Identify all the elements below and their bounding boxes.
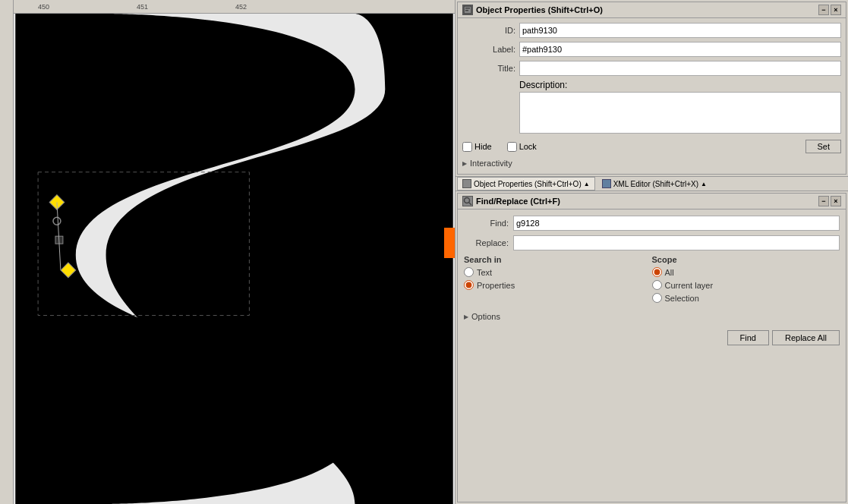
replace-row: Replace: bbox=[464, 235, 840, 250]
selection-radio-item[interactable]: Selection bbox=[652, 293, 840, 303]
title-row: Title: bbox=[462, 61, 841, 76]
current-layer-radio-label: Current layer bbox=[665, 281, 714, 290]
object-properties-panel: Object Properties (Shift+Ctrl+O) − × ID:… bbox=[457, 2, 846, 175]
svg-rect-8 bbox=[465, 8, 470, 9]
find-replace-minimize-btn[interactable]: − bbox=[818, 196, 829, 206]
object-properties-title: Object Properties (Shift+Ctrl+O) bbox=[476, 5, 603, 14]
text-radio-item[interactable]: Text bbox=[464, 267, 652, 277]
object-properties-body: ID: Label: Title: Description: bbox=[458, 18, 846, 174]
search-in-title: Search in bbox=[464, 255, 652, 264]
panel-title-group: Object Properties (Shift+Ctrl+O) bbox=[462, 5, 603, 15]
scroll-indicator[interactable] bbox=[444, 228, 455, 258]
svg-rect-9 bbox=[465, 10, 468, 11]
title-input[interactable] bbox=[519, 61, 841, 76]
all-radio-label: All bbox=[665, 268, 674, 277]
scope-col: Scope All Current layer Selection bbox=[652, 255, 840, 306]
title-label: Title: bbox=[462, 64, 519, 73]
hide-checkbox-label[interactable]: Hide bbox=[462, 142, 492, 152]
ruler-mark-452: 452 bbox=[235, 3, 247, 11]
ruler-top: 450 451 452 bbox=[0, 0, 455, 14]
tab-obj-props-icon bbox=[462, 179, 471, 188]
find-replace-close-btn[interactable]: × bbox=[831, 196, 841, 206]
tab-obj-props-label: Object Properties (Shift+Ctrl+O) bbox=[474, 180, 582, 188]
selection-radio-label: Selection bbox=[665, 294, 699, 303]
action-buttons: Find Replace All bbox=[464, 327, 840, 345]
find-input[interactable] bbox=[513, 216, 840, 231]
options-triangle-icon: ▶ bbox=[464, 313, 468, 320]
lock-checkbox-label[interactable]: Lock bbox=[507, 142, 537, 152]
lock-checkbox[interactable] bbox=[507, 142, 517, 152]
search-scope-section: Search in Text Properties Scope A bbox=[464, 255, 840, 306]
object-properties-header: Object Properties (Shift+Ctrl+O) − × bbox=[458, 2, 846, 18]
find-label: Find: bbox=[464, 219, 513, 228]
selection-radio[interactable] bbox=[652, 293, 662, 303]
obj-props-header-icon bbox=[462, 5, 473, 15]
current-layer-radio-item[interactable]: Current layer bbox=[652, 280, 840, 290]
tab-xml-editor[interactable]: XML Editor (Shift+Ctrl+X) ▲ bbox=[597, 177, 712, 191]
panel-minimize-btn[interactable]: − bbox=[818, 5, 829, 15]
panel-close-btn[interactable]: × bbox=[831, 5, 841, 15]
text-radio[interactable] bbox=[464, 267, 474, 277]
id-row: ID: bbox=[462, 23, 841, 38]
tab-xml-label: XML Editor (Shift+Ctrl+X) bbox=[613, 180, 698, 188]
description-textarea[interactable] bbox=[519, 92, 841, 134]
properties-radio[interactable] bbox=[464, 280, 474, 290]
label-row: Label: bbox=[462, 42, 841, 57]
interactivity-triangle-icon: ▶ bbox=[462, 160, 467, 167]
canvas-content bbox=[14, 14, 455, 504]
id-input[interactable] bbox=[519, 23, 841, 38]
hide-lock-row: Hide Lock Set bbox=[462, 140, 841, 153]
find-replace-panel: Find/Replace (Ctrl+F) − × Find: Replace: bbox=[457, 193, 846, 502]
find-button[interactable]: Find bbox=[727, 330, 769, 345]
search-in-col: Search in Text Properties bbox=[464, 255, 652, 306]
label-input[interactable] bbox=[519, 42, 841, 57]
all-radio[interactable] bbox=[652, 267, 662, 277]
id-label: ID: bbox=[462, 26, 519, 35]
canvas-svg bbox=[14, 14, 455, 504]
find-replace-header-icon bbox=[462, 196, 473, 206]
interactivity-label: Interactivity bbox=[470, 159, 512, 168]
text-radio-label: Text bbox=[477, 268, 492, 277]
options-label: Options bbox=[471, 312, 500, 321]
docked-tab-bar: Object Properties (Shift+Ctrl+O) ▲ XML E… bbox=[456, 176, 848, 191]
find-replace-title: Find/Replace (Ctrl+F) bbox=[476, 197, 560, 206]
find-row: Find: bbox=[464, 216, 840, 231]
ruler-mark-450: 450 bbox=[38, 3, 49, 11]
tab-xml-arrow: ▲ bbox=[701, 181, 707, 187]
find-replace-title-group: Find/Replace (Ctrl+F) bbox=[462, 196, 560, 206]
replace-label: Replace: bbox=[464, 238, 513, 247]
svg-line-11 bbox=[469, 203, 472, 206]
tab-xml-icon bbox=[602, 179, 611, 188]
ruler-mark-451: 451 bbox=[137, 3, 148, 11]
replace-all-button[interactable]: Replace All bbox=[772, 330, 840, 345]
replace-input[interactable] bbox=[513, 235, 840, 250]
properties-radio-label: Properties bbox=[477, 281, 515, 290]
all-radio-item[interactable]: All bbox=[652, 267, 840, 277]
set-button[interactable]: Set bbox=[805, 140, 841, 153]
scope-title: Scope bbox=[652, 255, 840, 264]
options-row[interactable]: ▶ Options bbox=[464, 312, 840, 321]
canvas-area[interactable]: 450 451 452 bbox=[0, 0, 456, 504]
interactivity-row[interactable]: ▶ Interactivity bbox=[462, 157, 841, 169]
properties-radio-item[interactable]: Properties bbox=[464, 280, 652, 290]
panel-header-buttons[interactable]: − × bbox=[818, 5, 841, 15]
description-row: Description: bbox=[462, 80, 841, 136]
find-replace-header: Find/Replace (Ctrl+F) − × bbox=[458, 194, 846, 209]
hide-label: Hide bbox=[474, 142, 492, 151]
description-label: Description: bbox=[519, 80, 567, 90]
label-label: Label: bbox=[462, 45, 519, 54]
hide-checkbox[interactable] bbox=[462, 142, 472, 152]
tab-object-properties[interactable]: Object Properties (Shift+Ctrl+O) ▲ bbox=[457, 177, 595, 191]
ruler-left bbox=[0, 0, 14, 504]
find-replace-header-buttons[interactable]: − × bbox=[818, 196, 841, 206]
right-panel: Object Properties (Shift+Ctrl+O) − × ID:… bbox=[456, 0, 848, 504]
lock-label: Lock bbox=[519, 142, 537, 151]
current-layer-radio[interactable] bbox=[652, 280, 662, 290]
tab-obj-props-arrow: ▲ bbox=[584, 181, 590, 187]
svg-point-10 bbox=[465, 198, 470, 203]
find-replace-body: Find: Replace: Search in Text bbox=[458, 209, 846, 351]
